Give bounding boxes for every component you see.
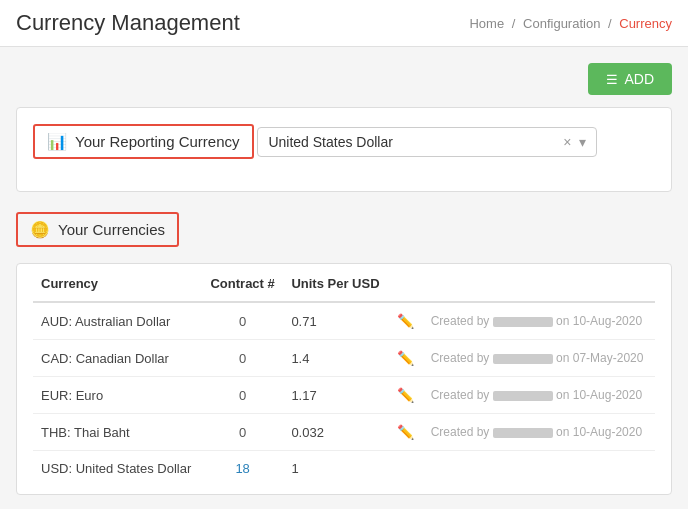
edit-cell[interactable]: ✏️ — [389, 414, 423, 451]
units-per-usd: 1.17 — [283, 377, 389, 414]
created-meta: Created by on 07-May-2020 — [423, 340, 655, 377]
created-meta: Created by on 10-Aug-2020 — [423, 302, 655, 340]
your-currencies-section: 🪙 Your Currencies Currency Contract # Un… — [16, 212, 672, 495]
currencies-table-container: Currency Contract # Units Per USD AUD: A… — [16, 263, 672, 495]
breadcrumb: Home / Configuration / Currency — [469, 16, 672, 31]
edit-icon[interactable]: ✏️ — [397, 350, 414, 366]
contract-count[interactable]: 18 — [202, 451, 284, 487]
breadcrumb-sep1: / — [512, 16, 516, 31]
page-title: Currency Management — [16, 10, 240, 36]
menu-lines-icon: ☰ — [606, 72, 618, 87]
edit-cell[interactable]: ✏️ — [389, 340, 423, 377]
breadcrumb-sep2: / — [608, 16, 612, 31]
units-per-usd: 1.4 — [283, 340, 389, 377]
table-row: CAD: Canadian Dollar 0 1.4 ✏️ Created by… — [33, 340, 655, 377]
currency-name: THB: Thai Baht — [33, 414, 202, 451]
breadcrumb-current: Currency — [619, 16, 672, 31]
contract-count: 0 — [202, 377, 284, 414]
contract-count: 0 — [202, 414, 284, 451]
edit-icon[interactable]: ✏️ — [397, 313, 414, 329]
col-currency: Currency — [33, 264, 202, 302]
your-currencies-label: Your Currencies — [58, 221, 165, 238]
meta-empty — [423, 451, 655, 487]
units-per-usd: 1 — [283, 451, 389, 487]
col-contracts: Contract # — [202, 264, 284, 302]
add-button[interactable]: ☰ ADD — [588, 63, 672, 95]
units-per-usd: 0.71 — [283, 302, 389, 340]
units-per-usd: 0.032 — [283, 414, 389, 451]
coins-stack-icon: 🪙 — [30, 220, 50, 239]
col-action — [389, 264, 423, 302]
created-meta: Created by on 10-Aug-2020 — [423, 414, 655, 451]
table-header-row: Currency Contract # Units Per USD — [33, 264, 655, 302]
creator-name — [493, 354, 553, 364]
contract-count: 0 — [202, 302, 284, 340]
edit-icon[interactable]: ✏️ — [397, 424, 414, 440]
col-units: Units Per USD — [283, 264, 389, 302]
main-content: ☰ ADD 📊 Your Reporting Currency United S… — [0, 47, 688, 509]
contract-count: 0 — [202, 340, 284, 377]
page-header: Currency Management Home / Configuration… — [0, 0, 688, 47]
creator-name — [493, 317, 553, 327]
edit-icon[interactable]: ✏️ — [397, 387, 414, 403]
currency-select-value: United States Dollar — [268, 134, 563, 150]
breadcrumb-config[interactable]: Configuration — [523, 16, 600, 31]
edit-cell-empty — [389, 451, 423, 487]
currency-name: USD: United States Dollar — [33, 451, 202, 487]
table-row: THB: Thai Baht 0 0.032 ✏️ Created by on … — [33, 414, 655, 451]
table-row: USD: United States Dollar 18 1 — [33, 451, 655, 487]
edit-cell[interactable]: ✏️ — [389, 377, 423, 414]
currency-name: EUR: Euro — [33, 377, 202, 414]
breadcrumb-home[interactable]: Home — [469, 16, 504, 31]
select-controls[interactable]: × ▾ — [563, 134, 586, 150]
your-currencies-heading: 🪙 Your Currencies — [16, 212, 179, 247]
dropdown-arrow-icon[interactable]: ▾ — [579, 134, 586, 150]
edit-cell[interactable]: ✏️ — [389, 302, 423, 340]
currency-name: AUD: Australian Dollar — [33, 302, 202, 340]
creator-name — [493, 391, 553, 401]
clear-button[interactable]: × — [563, 134, 571, 150]
created-meta: Created by on 10-Aug-2020 — [423, 377, 655, 414]
table-row: AUD: Australian Dollar 0 0.71 ✏️ Created… — [33, 302, 655, 340]
reporting-currency-section: 📊 Your Reporting Currency United States … — [16, 107, 672, 192]
currency-name: CAD: Canadian Dollar — [33, 340, 202, 377]
bar-chart-icon: 📊 — [47, 132, 67, 151]
currencies-table: Currency Contract # Units Per USD AUD: A… — [33, 264, 655, 486]
creator-name — [493, 428, 553, 438]
col-meta — [423, 264, 655, 302]
reporting-currency-label: Your Reporting Currency — [75, 133, 240, 150]
table-row: EUR: Euro 0 1.17 ✏️ Created by on 10-Aug… — [33, 377, 655, 414]
currency-select[interactable]: United States Dollar × ▾ — [257, 127, 597, 157]
reporting-currency-heading: 📊 Your Reporting Currency — [33, 124, 254, 159]
add-button-label: ADD — [624, 71, 654, 87]
